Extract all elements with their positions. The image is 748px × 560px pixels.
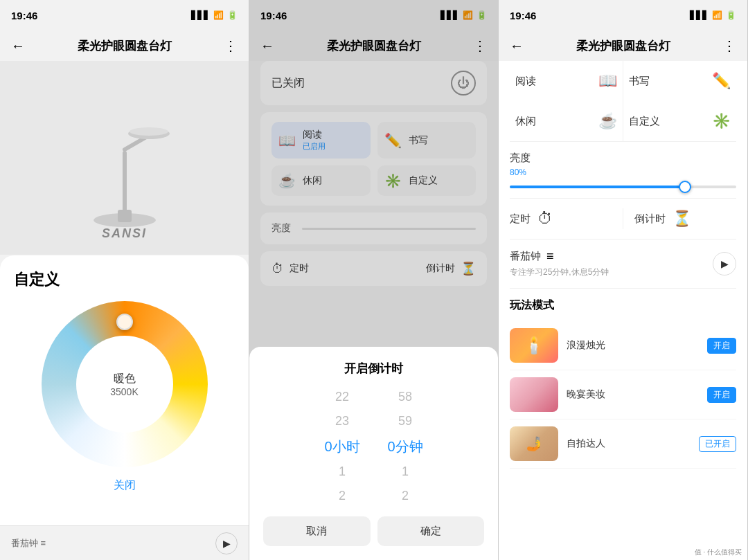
color-wheel-handle[interactable]	[116, 314, 133, 330]
modal-title: 自定义	[14, 269, 235, 290]
tomato-section: 番茄钟 ≡ 专注学习25分钟,休息5分钟 ▶	[510, 240, 736, 289]
tomato-sub: 专注学习25分钟,休息5分钟	[510, 267, 609, 278]
brightness-slider-p3[interactable]	[510, 186, 736, 188]
p3-mode-custom[interactable]: 自定义 ✳️	[623, 101, 737, 141]
game-item-makeup[interactable]: 晚宴美妆 开启	[510, 370, 736, 419]
svg-point-5	[130, 127, 168, 136]
min-unit: 分钟	[395, 439, 423, 454]
nav-bar-1: ← 柔光护眼圆盘台灯 ⋮	[0, 30, 249, 61]
games-section: 玩法模式 🕯️ 浪漫烛光 开启 晚宴美妆 开启	[510, 289, 736, 478]
status-time-1: 19:46	[11, 10, 37, 21]
game-thumb-candle: 🕯️	[510, 328, 558, 363]
timer-icon-p3: ⏱	[537, 210, 553, 228]
tomato-header: 番茄钟 ≡	[510, 249, 609, 264]
game-thumb-makeup	[510, 377, 558, 412]
status-time-3: 19:46	[510, 10, 536, 21]
more-button-1[interactable]: ⋮	[224, 37, 238, 54]
brand-label: SANSI	[102, 226, 147, 241]
countdown-modal-title: 开启倒计时	[263, 361, 484, 377]
p3-relax-icon: ☕	[598, 112, 617, 130]
hour-selected[interactable]: 0小时	[324, 436, 359, 457]
hours-picker[interactable]: 22 23 0小时 1 2	[324, 388, 359, 505]
brightness-pct: 80%	[510, 168, 736, 177]
p3-write-icon: ✏️	[712, 72, 731, 90]
timer-label-p3: 定时	[510, 213, 531, 226]
back-button-3[interactable]: ←	[510, 38, 524, 54]
slider-fill	[510, 186, 691, 188]
countdown-modal: 开启倒计时 22 23 0小时 1 2 58 59 0分钟 1 2 取	[249, 347, 498, 560]
game-tag-makeup[interactable]: 开启	[707, 387, 736, 403]
color-name: 暖色	[114, 372, 136, 386]
color-wheel-container[interactable]: 暖色 3500K	[14, 301, 235, 467]
panel-1: 19:46 ▋▋▋ 📶 🔋 ← 柔光护眼圆盘台灯 ⋮ SANSI 自定义	[0, 0, 249, 560]
status-bar-1: 19:46 ▋▋▋ 📶 🔋	[0, 0, 249, 30]
p3-read-icon: 📖	[598, 72, 617, 90]
modal-close-button[interactable]: 关闭	[14, 478, 235, 493]
svg-rect-2	[123, 151, 127, 213]
min-1: 1	[402, 462, 409, 481]
tomato-title: 番茄钟	[510, 250, 541, 263]
color-temp: 3500K	[110, 386, 138, 397]
custom-modal: 自定义 暖色 3500K 关闭	[0, 255, 249, 560]
game-name-makeup: 晚宴美妆	[567, 388, 707, 401]
panel-2: 19:46 ▋▋▋ 📶 🔋 ← 柔光护眼圆盘台灯 ⋮ 已关闭 ⏻ 📖	[249, 0, 499, 560]
game-tag-candle[interactable]: 开启	[707, 338, 736, 354]
game-tag-selfie[interactable]: 已开启	[699, 436, 736, 452]
nav-bar-3: ← 柔光护眼圆盘台灯 ⋮	[499, 30, 747, 61]
p3-custom-icon: ✳️	[712, 112, 731, 130]
min-2: 2	[402, 487, 409, 505]
slider-thumb[interactable]	[679, 181, 691, 193]
countdown-item[interactable]: 倒计时 ⏳	[634, 210, 736, 228]
p3-main-content: 阅读 📖 书写 ✏️ 休闲 ☕ 自定义 ✳️	[499, 61, 747, 560]
status-icons-3: ▋▋▋ 📶 🔋	[690, 10, 736, 20]
brightness-header: 亮度	[510, 152, 736, 165]
hour-22: 22	[335, 388, 349, 406]
more-button-3[interactable]: ⋮	[722, 37, 736, 54]
countdown-icon-p3: ⏳	[673, 210, 691, 228]
timer-divider	[623, 208, 623, 229]
games-title: 玩法模式	[510, 298, 736, 313]
game-item-selfie[interactable]: 🤳 自拍达人 已开启	[510, 419, 736, 469]
game-name-candle: 浪漫烛光	[567, 339, 707, 352]
game-name-selfie: 自拍达人	[567, 437, 699, 450]
p3-read-label: 阅读	[515, 75, 536, 88]
hour-2: 2	[339, 487, 346, 505]
candle-thumbnail: 🕯️	[510, 328, 558, 363]
tomato-clock-item[interactable]: 番茄钟 ≡	[11, 537, 46, 550]
confirm-button[interactable]: 确定	[377, 516, 485, 546]
min-59: 59	[398, 412, 412, 431]
game-thumb-selfie: 🤳	[510, 426, 558, 461]
tomato-play-button[interactable]: ▶	[713, 252, 736, 276]
p3-mode-read[interactable]: 阅读 📖	[510, 61, 623, 101]
minutes-picker[interactable]: 58 59 0分钟 1 2	[388, 388, 423, 505]
back-button-1[interactable]: ←	[11, 38, 25, 54]
bottom-bar-1: 番茄钟 ≡ ▶	[0, 525, 249, 560]
page-title-3: 柔光护眼圆盘台灯	[576, 38, 670, 54]
panel-3: 19:46 ▋▋▋ 📶 🔋 ← 柔光护眼圆盘台灯 ⋮ 阅读 📖 书写	[499, 0, 748, 560]
p3-mode-relax[interactable]: 休闲 ☕	[510, 101, 623, 141]
hour-unit: 小时	[332, 439, 360, 454]
brightness-section: 亮度 80%	[510, 142, 736, 199]
watermark: 值 · 什么值得买	[695, 548, 742, 557]
color-wheel[interactable]: 暖色 3500K	[42, 301, 208, 467]
picker-buttons: 取消 确定	[263, 516, 484, 546]
countdown-overlay: 开启倒计时 22 23 0小时 1 2 58 59 0分钟 1 2 取	[249, 0, 498, 560]
p3-write-label: 书写	[629, 75, 650, 88]
p3-mode-write[interactable]: 书写 ✏️	[623, 61, 737, 101]
tomato-icon: ≡	[546, 249, 554, 264]
color-wheel-inner: 暖色 3500K	[76, 336, 173, 433]
cancel-button[interactable]: 取消	[263, 516, 371, 546]
p3-custom-label: 自定义	[629, 115, 660, 128]
lamp-illustration	[76, 82, 173, 234]
selfie-thumbnail: 🤳	[510, 426, 558, 461]
timer-item[interactable]: 定时 ⏱	[510, 210, 612, 228]
signal-icon-3: ▋▋▋	[690, 10, 709, 20]
picker-container: 22 23 0小时 1 2 58 59 0分钟 1 2	[263, 388, 484, 505]
play-button-1[interactable]: ▶	[215, 532, 238, 554]
page-title-1: 柔光护眼圆盘台灯	[78, 38, 172, 54]
game-item-candle[interactable]: 🕯️ 浪漫烛光 开启	[510, 321, 736, 370]
wifi-icon-3: 📶	[712, 10, 722, 20]
min-selected[interactable]: 0分钟	[388, 436, 423, 457]
hour-1: 1	[339, 462, 346, 481]
countdown-label-p3: 倒计时	[634, 213, 666, 226]
